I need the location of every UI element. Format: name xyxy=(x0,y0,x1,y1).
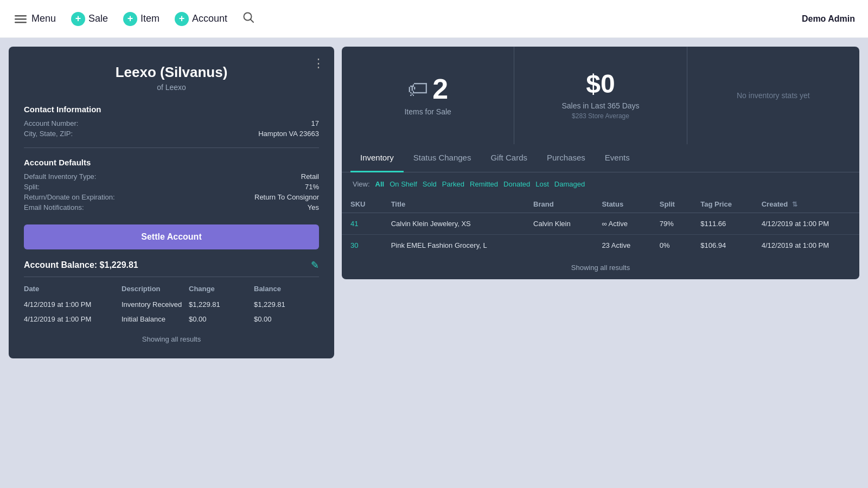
inventory-table: SKU Title Brand Status Split Tag Price C… xyxy=(342,196,859,256)
divider-2 xyxy=(24,277,319,277)
td-tag-price-2: $106.94 xyxy=(692,235,752,256)
left-panel: ⋮ Leexo (Silvanus) of Leexo Contact Info… xyxy=(9,47,334,358)
td-brand-2 xyxy=(525,235,593,256)
filter-sold[interactable]: Sold xyxy=(423,180,437,188)
menu-icon xyxy=(13,11,28,27)
tab-inventory[interactable]: Inventory xyxy=(350,144,404,172)
stat-items-big: 2 xyxy=(432,75,448,103)
ledger-date-1: 4/12/2019 at 1:00 PM xyxy=(24,300,122,309)
th-created: Created ⇅ xyxy=(753,196,859,213)
filter-remitted[interactable]: Remitted xyxy=(470,180,498,188)
filter-damaged[interactable]: Damaged xyxy=(554,180,585,188)
tab-status-changes[interactable]: Status Changes xyxy=(404,144,481,172)
th-split: Split xyxy=(651,196,692,213)
account-number-label: Account Number: xyxy=(24,119,78,127)
th-status: Status xyxy=(593,196,650,213)
tab-gift-cards[interactable]: Gift Cards xyxy=(481,144,537,172)
divider-1 xyxy=(24,147,319,148)
ledger-col-date: Date xyxy=(24,285,122,293)
filter-on-shelf[interactable]: On Shelf xyxy=(390,180,417,188)
ledger-desc-1: Inventory Received xyxy=(122,300,189,309)
search-icon xyxy=(242,11,254,23)
tabs-panel: Inventory Status Changes Gift Cards Purc… xyxy=(342,144,859,279)
stat-sales-sub: $283 Store Average xyxy=(572,112,629,120)
th-title: Title xyxy=(382,196,525,213)
city-state-value: Hampton VA 23663 xyxy=(258,130,319,138)
ledger-col-balance: Balance xyxy=(254,285,319,293)
filter-lost[interactable]: Lost xyxy=(535,180,549,188)
sku-link-1[interactable]: 41 xyxy=(350,220,358,228)
account-sub: of Leexo xyxy=(24,83,319,92)
sort-icon: ⇅ xyxy=(792,201,797,208)
account-name: Leexo (Silvanus) xyxy=(24,64,319,81)
panel-menu-button[interactable]: ⋮ xyxy=(312,56,324,70)
account-plus-icon: + xyxy=(175,12,189,26)
ledger-col-change: Change xyxy=(189,285,254,293)
email-label: Email Notifications: xyxy=(24,203,84,211)
right-showing-all: Showing all results xyxy=(342,256,859,279)
right-panel: 🏷 2 Items for Sale $0 Sales in Last 365 … xyxy=(342,47,859,279)
city-state-label: City, State, ZIP: xyxy=(24,130,73,138)
ledger-date-2: 4/12/2019 at 1:00 PM xyxy=(24,315,122,323)
td-created-2: 4/12/2019 at 1:00 PM xyxy=(753,235,859,256)
th-brand: Brand xyxy=(525,196,593,213)
default-inventory-value: Retail xyxy=(301,172,319,181)
return-label: Return/Donate on Expiration: xyxy=(24,193,115,201)
ledger-balance-1: $1,229.81 xyxy=(254,300,319,309)
search-button[interactable] xyxy=(242,11,254,26)
split-row: Split: 71% xyxy=(24,183,319,191)
svg-line-4 xyxy=(251,20,254,23)
svg-rect-1 xyxy=(15,18,27,20)
return-value: Return To Consignor xyxy=(254,193,319,201)
sku-link-2[interactable]: 30 xyxy=(350,241,358,249)
defaults-section-title: Account Defaults xyxy=(24,158,319,167)
stat-card-inventory: No inventory stats yet xyxy=(687,47,859,144)
stat-card-items: 🏷 2 Items for Sale xyxy=(342,47,514,144)
item-nav-item[interactable]: + Item xyxy=(123,12,159,26)
nav-left: Menu + Sale + Item + Account xyxy=(13,11,787,27)
stat-sales-big: $0 xyxy=(586,71,615,97)
left-showing-all: Showing all results xyxy=(24,335,319,343)
ledger-balance-2: $0.00 xyxy=(254,315,319,323)
stat-no-data: No inventory stats yet xyxy=(737,91,810,100)
split-label: Split: xyxy=(24,183,40,191)
stat-cards: 🏷 2 Items for Sale $0 Sales in Last 365 … xyxy=(342,47,859,144)
th-tag-price: Tag Price xyxy=(692,196,752,213)
ledger-desc-2: Initial Balance xyxy=(122,315,189,323)
filter-parked[interactable]: Parked xyxy=(442,180,464,188)
settle-account-button[interactable]: Settle Account xyxy=(24,224,319,249)
svg-rect-0 xyxy=(15,15,27,17)
stat-card-sales: $0 Sales in Last 365 Days $283 Store Ave… xyxy=(514,47,687,144)
contact-section-title: Contact Information xyxy=(24,105,319,114)
filter-donated[interactable]: Donated xyxy=(503,180,530,188)
td-split-1: 79% xyxy=(651,213,692,235)
ledger-row-2: 4/12/2019 at 1:00 PM Initial Balance $0.… xyxy=(24,312,319,326)
tab-events[interactable]: Events xyxy=(595,144,640,172)
items-stat-row: 🏷 2 xyxy=(407,75,448,103)
ledger-change-1: $1,229.81 xyxy=(189,300,254,309)
email-row: Email Notifications: Yes xyxy=(24,203,319,211)
menu-nav-item[interactable]: Menu xyxy=(13,11,56,27)
tag-icon: 🏷 xyxy=(407,78,428,101)
td-sku-1: 41 xyxy=(342,213,382,235)
default-inventory-label: Default Inventory Type: xyxy=(24,172,96,181)
admin-label: Demo Admin xyxy=(802,14,855,24)
filter-all[interactable]: All xyxy=(375,180,385,188)
filter-row: View: All On Shelf Sold Parked Remitted … xyxy=(342,172,859,196)
tab-purchases[interactable]: Purchases xyxy=(537,144,595,172)
email-value: Yes xyxy=(308,203,319,211)
svg-rect-2 xyxy=(15,22,27,23)
balance-edit-icon[interactable]: ✎ xyxy=(311,259,319,271)
ledger-row-1: 4/12/2019 at 1:00 PM Inventory Received … xyxy=(24,297,319,312)
account-nav-item[interactable]: + Account xyxy=(175,12,227,26)
account-number-value: 17 xyxy=(311,119,319,127)
td-brand-1: Calvin Klein xyxy=(525,213,593,235)
stat-sales-label: Sales in Last 365 Days xyxy=(561,101,639,110)
main-content: ⋮ Leexo (Silvanus) of Leexo Contact Info… xyxy=(0,38,868,367)
balance-row: Account Balance: $1,229.81 ✎ xyxy=(24,259,319,271)
sale-nav-item[interactable]: + Sale xyxy=(71,12,108,26)
return-row: Return/Donate on Expiration: Return To C… xyxy=(24,193,319,201)
top-navigation: Menu + Sale + Item + Account Demo Admin xyxy=(0,0,868,38)
td-tag-price-1: $111.66 xyxy=(692,213,752,235)
td-split-2: 0% xyxy=(651,235,692,256)
